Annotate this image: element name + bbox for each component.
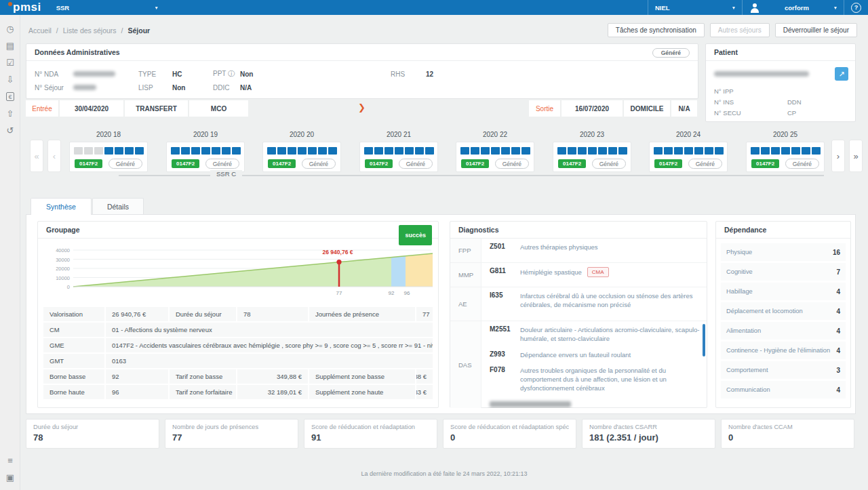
weeks-next-button[interactable]: › [831, 140, 845, 172]
breadcrumb-stay-list[interactable]: Liste des séjours [63, 26, 117, 35]
day-square[interactable] [308, 147, 317, 155]
day-square[interactable] [104, 147, 113, 155]
day-square[interactable] [654, 147, 663, 155]
diagnosis-item[interactable]: G811 Hémiplégie spastiqueCMA [481, 263, 707, 280]
week-generated-button[interactable]: Généré [205, 159, 239, 169]
records-icon[interactable]: ▤ [0, 37, 20, 54]
day-square[interactable] [618, 147, 627, 155]
billing-icon[interactable]: € [0, 88, 20, 105]
day-square[interactable] [521, 147, 530, 155]
day-square[interactable] [511, 147, 520, 155]
day-square[interactable] [608, 147, 617, 155]
clock-icon[interactable]: ◷ [0, 20, 20, 37]
weeks-prev-button[interactable]: ‹ [47, 140, 61, 172]
checklist-icon[interactable]: ☑ [0, 54, 20, 71]
diagnosis-item[interactable]: Z501 Autres thérapies physiques [481, 239, 707, 254]
week-generated-button[interactable]: Généré [688, 159, 722, 169]
day-square[interactable] [791, 147, 800, 155]
day-square[interactable] [761, 147, 770, 155]
day-square[interactable] [481, 147, 490, 155]
week-generated-button[interactable]: Généré [495, 159, 529, 169]
day-square[interactable] [578, 147, 587, 155]
day-square[interactable] [598, 147, 607, 155]
sync-tasks-button[interactable]: Tâches de synchronisation [608, 23, 705, 37]
day-square[interactable] [491, 147, 500, 155]
filters-icon[interactable]: ≡ [0, 452, 20, 469]
day-square[interactable] [222, 147, 231, 155]
weeks-first-button[interactable]: « [30, 140, 43, 172]
day-square[interactable] [212, 147, 220, 155]
day-square[interactable] [374, 147, 383, 155]
open-patient-button[interactable]: ↗ [835, 67, 848, 81]
day-square[interactable] [425, 147, 434, 155]
user-menu[interactable]: corform ▾ [743, 0, 844, 15]
day-square[interactable] [812, 147, 821, 155]
diagnosis-item[interactable]: Z993 Dépendance envers un fauteuil roula… [481, 346, 707, 362]
day-square[interactable] [288, 147, 296, 155]
import-icon[interactable]: ⇩ [0, 71, 20, 88]
site-select[interactable]: NIEL ▾ [648, 0, 743, 15]
day-square[interactable] [277, 147, 286, 155]
day-square[interactable] [191, 147, 200, 155]
day-square[interactable] [694, 147, 703, 155]
day-square[interactable] [557, 147, 566, 155]
day-square[interactable] [298, 147, 307, 155]
diagnosis-item[interactable]: F078 Autres troubles organiques de la pe… [481, 362, 707, 396]
day-square[interactable] [405, 147, 414, 155]
day-square[interactable] [802, 147, 810, 155]
other-stays-button[interactable]: Autres séjours [710, 23, 770, 37]
day-square[interactable] [684, 147, 693, 155]
day-square[interactable] [395, 147, 403, 155]
week-generated-button[interactable]: Généré [592, 159, 626, 169]
ins-label: N° INS [714, 98, 787, 106]
day-square[interactable] [328, 147, 337, 155]
history-icon[interactable]: ↺ [0, 122, 20, 139]
help-button[interactable]: ? [851, 3, 861, 13]
day-square[interactable] [771, 147, 780, 155]
day-square[interactable] [125, 147, 134, 155]
day-square[interactable] [501, 147, 510, 155]
day-square[interactable] [674, 147, 683, 155]
day-square[interactable] [781, 147, 790, 155]
day-square[interactable] [471, 147, 479, 155]
day-square[interactable] [267, 147, 276, 155]
day-square[interactable] [664, 147, 673, 155]
week-generated-button[interactable]: Généré [302, 159, 336, 169]
nda-label: N° NDA [35, 70, 73, 78]
day-square[interactable] [460, 147, 469, 155]
day-square[interactable] [115, 147, 123, 155]
generated-button[interactable]: Généré [652, 48, 690, 58]
week-generated-button[interactable]: Généré [108, 159, 142, 169]
day-square[interactable] [568, 147, 576, 155]
das-scrollbar[interactable] [703, 324, 705, 356]
tab-details[interactable]: Détails [92, 198, 144, 215]
diagnosis-item[interactable]: M2551 Douleur articulaire - Articulation… [481, 321, 707, 346]
day-square[interactable] [415, 147, 424, 155]
day-square[interactable] [705, 147, 713, 155]
tab-synthese[interactable]: Synthèse [31, 198, 92, 215]
week-generated-button[interactable]: Généré [399, 159, 433, 169]
day-square[interactable] [84, 147, 93, 155]
day-square[interactable] [94, 147, 103, 155]
day-square[interactable] [171, 147, 180, 155]
day-square[interactable] [364, 147, 373, 155]
diagnosis-item[interactable]: I635 Infarctus cérébral dû à une occlusi… [481, 287, 707, 312]
ppt-value: Non [240, 70, 391, 78]
panel-icon[interactable]: ▣ [0, 469, 20, 486]
day-square[interactable] [751, 147, 760, 155]
breadcrumb-home[interactable]: Accueil [28, 26, 52, 35]
day-square[interactable] [181, 147, 190, 155]
unlock-stay-button[interactable]: Déverrouiller le séjour [775, 23, 857, 37]
day-square[interactable] [588, 147, 597, 155]
week-generated-button[interactable]: Généré [785, 159, 819, 169]
day-square[interactable] [201, 147, 210, 155]
day-square[interactable] [74, 147, 83, 155]
weeks-last-button[interactable]: » [849, 140, 863, 172]
day-square[interactable] [384, 147, 393, 155]
export-icon[interactable]: ⇧ [0, 105, 20, 122]
day-square[interactable] [318, 147, 327, 155]
day-square[interactable] [715, 147, 724, 155]
day-square[interactable] [135, 147, 144, 155]
day-square[interactable] [232, 147, 241, 155]
module-select[interactable]: SSR ▾ [56, 4, 158, 12]
